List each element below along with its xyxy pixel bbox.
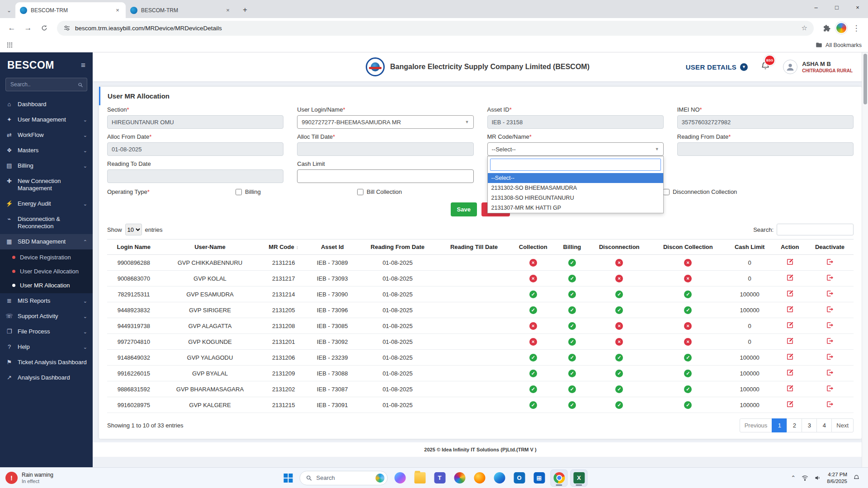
user-login-select[interactable]: 9902727277-BHEEMASAMUDRA MR ▼	[297, 115, 473, 129]
address-bar[interactable]: bescom.trm.ieasybill.com/MRDevice/MRDevi…	[57, 21, 814, 36]
sidebar-item-billing[interactable]: ▤Billing⌄	[0, 158, 93, 174]
forward-button[interactable]: →	[21, 21, 35, 35]
sidebar-item-ticket-analysis-dashboard[interactable]: ⚑Ticket Analysis Dashboard	[0, 355, 93, 370]
deactivate-button[interactable]	[826, 290, 833, 297]
pagination-page-1[interactable]: 1	[772, 418, 787, 432]
deactivate-button[interactable]	[826, 274, 833, 281]
all-bookmarks-button[interactable]: All Bookmarks	[816, 42, 862, 48]
chrome-icon[interactable]	[551, 469, 568, 487]
dropdown-option-2131308-so-hireguntanuru[interactable]: 2131308-SO HIREGUNTANURU	[488, 193, 663, 203]
sidebar-subitem-device-registration[interactable]: Device Registration	[0, 250, 93, 264]
notification-center-icon[interactable]	[853, 474, 860, 481]
dropdown-option-select[interactable]: --Select--	[488, 173, 663, 183]
edit-button[interactable]	[787, 290, 793, 297]
save-button[interactable]: Save	[451, 202, 477, 216]
sidebar-item-help[interactable]: ?Help⌄	[0, 339, 93, 355]
sidebar-toggle-icon[interactable]: ≡	[81, 61, 85, 70]
edit-button[interactable]	[787, 369, 793, 376]
new-tab-button[interactable]: +	[239, 4, 251, 16]
edit-button[interactable]	[787, 385, 793, 392]
deactivate-button[interactable]	[826, 385, 833, 392]
column-reading-from-date[interactable]: Reading From Date	[357, 239, 438, 255]
site-settings-icon[interactable]	[63, 24, 71, 32]
sidebar-item-mis-reports[interactable]: ≣MIS Reports⌄	[0, 293, 93, 309]
edit-button[interactable]	[787, 322, 793, 328]
billing-checkbox[interactable]	[236, 189, 242, 195]
sidebar-item-analysis-dashboard[interactable]: ↗Analysis Dashboard	[0, 370, 93, 385]
column-asset-id[interactable]: Asset Id	[307, 239, 357, 255]
excel-icon[interactable]	[571, 469, 588, 487]
copilot-icon[interactable]	[392, 469, 409, 487]
column-discon-collection[interactable]: Discon Collection	[651, 239, 726, 255]
column-collection[interactable]: Collection	[510, 239, 556, 255]
sidebar-item-energy-audit[interactable]: ⚡Energy Audit⌄	[0, 196, 93, 211]
page-scrollbar-thumb[interactable]	[863, 54, 867, 104]
deactivate-button[interactable]	[826, 258, 833, 265]
browser-tab-1[interactable]: BESCOM-TRM ×	[15, 2, 126, 18]
close-button[interactable]: ×	[847, 0, 868, 14]
file-explorer-icon[interactable]	[411, 469, 429, 487]
notifications-bell[interactable]: BSG	[760, 61, 770, 73]
column-reading-till-date[interactable]: Reading Till Date	[438, 239, 510, 255]
tab-close-icon[interactable]: ×	[114, 7, 121, 14]
pagination-page-2[interactable]: 2	[787, 418, 802, 432]
bill-collection-checkbox[interactable]	[357, 189, 363, 195]
cash-limit-field[interactable]	[297, 169, 473, 183]
page-length-select[interactable]: 10	[125, 224, 142, 235]
pagination-page-3[interactable]: 3	[802, 418, 817, 432]
teams-icon[interactable]	[431, 469, 448, 487]
tab-close-icon[interactable]: ×	[224, 7, 231, 14]
start-button[interactable]	[281, 470, 296, 486]
section-field[interactable]	[107, 115, 283, 129]
weather-widget[interactable]: ! Rain warning In effect	[5, 472, 53, 484]
browser-profile-avatar[interactable]	[835, 22, 847, 34]
sidebar-item-workflow[interactable]: ⇄WorkFlow⌄	[0, 127, 93, 143]
sidebar-subitem-user-mr-allocation[interactable]: User MR Allocation	[0, 278, 93, 292]
bookmark-star-icon[interactable]: ☆	[802, 24, 807, 32]
sidebar-item-masters[interactable]: ❖Masters⌄	[0, 143, 93, 158]
deactivate-button[interactable]	[826, 306, 833, 313]
profile-menu[interactable]: ASHA M B CHITRADURGA RURAL	[783, 60, 853, 74]
column-user-name[interactable]: User-Name	[160, 239, 260, 255]
column-action[interactable]: Action	[774, 239, 806, 255]
pagination-previous[interactable]: Previous	[740, 418, 773, 432]
extensions-puzzle-icon[interactable]	[819, 21, 834, 35]
sidebar-item-new-connection-management[interactable]: ✚New Connection Management	[0, 174, 93, 196]
sidebar-item-dashboard[interactable]: ⌂Dashboard	[0, 97, 93, 112]
checkbox-disconnection-collection[interactable]: Disconnection Collection	[663, 188, 854, 195]
sidebar-item-user-management[interactable]: ✦User Management⌄	[0, 112, 93, 127]
deactivate-button[interactable]	[826, 401, 833, 408]
edge-icon[interactable]	[491, 469, 508, 487]
mr-code-select[interactable]: --Select-- ▼	[487, 142, 664, 156]
outlook-icon[interactable]	[511, 469, 528, 487]
alloc-till-date-field[interactable]	[297, 142, 473, 156]
imei-field[interactable]	[677, 115, 854, 129]
reading-from-date-field[interactable]	[677, 142, 854, 156]
volume-icon[interactable]	[814, 474, 821, 481]
reading-to-date-field[interactable]	[107, 169, 283, 183]
dropdown-option-2131302-so-bheemasamudra[interactable]: 2131302-SO BHEEMASAMUDRA	[488, 183, 663, 193]
network-icon[interactable]	[802, 474, 808, 481]
user-details-dropdown[interactable]: USER DETAILS ▼	[686, 63, 748, 71]
deactivate-button[interactable]	[826, 369, 833, 376]
dropdown-option-2131307-mr-mk-hatti-gp[interactable]: 2131307-MR MK HATTI GP	[488, 203, 663, 213]
dropdown-search-input[interactable]	[490, 159, 661, 171]
sidebar-item-support-activity[interactable]: ☏Support Activity⌄	[0, 309, 93, 324]
browser-menu-icon[interactable]: ⋮	[849, 21, 863, 35]
deactivate-button[interactable]	[826, 322, 833, 328]
store-icon[interactable]	[531, 469, 548, 487]
asset-id-field[interactable]	[487, 115, 664, 129]
photos-icon[interactable]	[451, 469, 468, 487]
minimize-button[interactable]: –	[806, 0, 826, 14]
edit-button[interactable]	[787, 274, 793, 281]
checkbox-billing[interactable]: Billing	[236, 188, 357, 195]
column-cash-limit[interactable]: Cash Limit	[726, 239, 774, 255]
search-icon[interactable]	[78, 81, 83, 89]
sidebar-subitem-user-device-allocation[interactable]: User Device Allocation	[0, 264, 93, 278]
alloc-from-date-field[interactable]	[107, 142, 283, 156]
column-deactivate[interactable]: Deactivate	[806, 239, 854, 255]
table-search-input[interactable]	[777, 224, 854, 235]
firefox-icon[interactable]	[471, 469, 488, 487]
edit-button[interactable]	[787, 401, 793, 408]
back-button[interactable]: ←	[5, 21, 19, 35]
